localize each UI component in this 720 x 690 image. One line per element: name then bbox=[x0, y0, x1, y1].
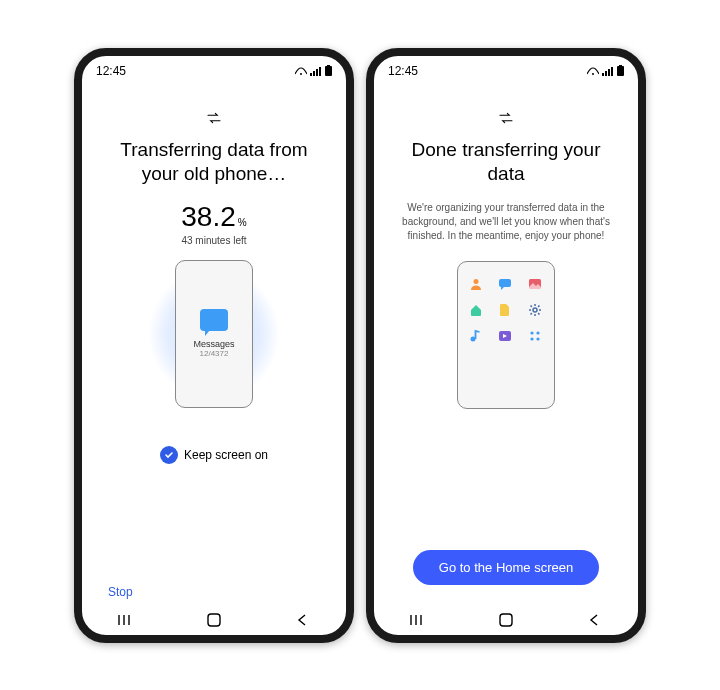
status-bar: 12:45 bbox=[374, 56, 638, 82]
page-title: Done transferring your data bbox=[394, 138, 618, 187]
svg-point-11 bbox=[592, 73, 594, 75]
svg-point-0 bbox=[300, 73, 302, 75]
recents-button[interactable] bbox=[409, 613, 427, 627]
percent-value: 38.2 bbox=[181, 201, 236, 233]
image-icon bbox=[527, 276, 543, 292]
progress-percent: 38.2 % bbox=[181, 201, 246, 233]
back-button[interactable] bbox=[293, 613, 311, 627]
go-home-button[interactable]: Go to the Home screen bbox=[413, 550, 599, 585]
svg-point-27 bbox=[536, 337, 539, 340]
current-item-label: Messages bbox=[193, 339, 234, 349]
status-bar: 12:45 bbox=[82, 56, 346, 82]
svg-point-26 bbox=[530, 337, 533, 340]
current-item-count: 12/4372 bbox=[200, 349, 229, 358]
keep-screen-on-label: Keep screen on bbox=[184, 448, 268, 462]
message-icon bbox=[200, 309, 228, 331]
apps-icon bbox=[527, 328, 543, 344]
mini-phone-illustration bbox=[457, 261, 555, 409]
status-icons bbox=[295, 65, 332, 76]
stop-button[interactable]: Stop bbox=[108, 585, 133, 599]
transfer-arrows-icon bbox=[206, 110, 222, 126]
svg-point-18 bbox=[474, 279, 479, 284]
footer: Stop bbox=[102, 585, 326, 599]
svg-point-24 bbox=[530, 331, 533, 334]
keep-screen-on-toggle[interactable]: Keep screen on bbox=[160, 446, 268, 464]
person-icon bbox=[468, 276, 484, 292]
percent-symbol: % bbox=[238, 217, 247, 228]
back-button[interactable] bbox=[585, 613, 603, 627]
recents-button[interactable] bbox=[117, 613, 135, 627]
transfer-done-screen: Done transferring your data We're organi… bbox=[374, 82, 638, 599]
svg-point-21 bbox=[533, 308, 537, 312]
svg-rect-6 bbox=[327, 65, 330, 67]
svg-rect-13 bbox=[605, 71, 607, 76]
nav-bar bbox=[82, 599, 346, 635]
svg-rect-4 bbox=[319, 67, 321, 76]
settings-icon bbox=[527, 302, 543, 318]
app-icon-grid bbox=[468, 276, 544, 344]
svg-rect-1 bbox=[310, 73, 312, 76]
page-title: Transferring data from your old phone… bbox=[102, 138, 326, 187]
svg-rect-15 bbox=[611, 67, 613, 76]
status-time: 12:45 bbox=[96, 64, 126, 78]
progress-illustration: Messages 12/4372 bbox=[175, 260, 253, 408]
svg-rect-3 bbox=[316, 69, 318, 76]
svg-rect-19 bbox=[499, 279, 511, 287]
svg-rect-14 bbox=[608, 69, 610, 76]
message-icon bbox=[497, 276, 513, 292]
svg-point-25 bbox=[536, 331, 539, 334]
status-icons bbox=[587, 65, 624, 76]
time-remaining: 43 minutes left bbox=[181, 235, 246, 246]
phone-transferring: 12:45 Transferring data from your old ph… bbox=[74, 48, 354, 643]
svg-rect-16 bbox=[617, 66, 624, 76]
mini-phone-illustration: Messages 12/4372 bbox=[175, 260, 253, 408]
file-icon bbox=[497, 302, 513, 318]
svg-rect-17 bbox=[619, 65, 622, 67]
status-time: 12:45 bbox=[388, 64, 418, 78]
nav-bar bbox=[374, 599, 638, 635]
transfer-progress-screen: Transferring data from your old phone… 3… bbox=[82, 82, 346, 599]
music-icon bbox=[468, 328, 484, 344]
home-button[interactable] bbox=[205, 613, 223, 627]
svg-rect-5 bbox=[325, 66, 332, 76]
home-button[interactable] bbox=[497, 613, 515, 627]
transfer-arrows-icon bbox=[498, 110, 514, 126]
home-icon bbox=[468, 302, 484, 318]
page-subtext: We're organizing your transferred data i… bbox=[394, 201, 618, 243]
done-illustration bbox=[457, 261, 555, 409]
checkmark-icon bbox=[160, 446, 178, 464]
svg-rect-10 bbox=[208, 614, 220, 626]
svg-rect-2 bbox=[313, 71, 315, 76]
svg-rect-12 bbox=[602, 73, 604, 76]
svg-rect-31 bbox=[500, 614, 512, 626]
video-icon bbox=[497, 328, 513, 344]
phone-done: 12:45 Done transferring your data We're … bbox=[366, 48, 646, 643]
